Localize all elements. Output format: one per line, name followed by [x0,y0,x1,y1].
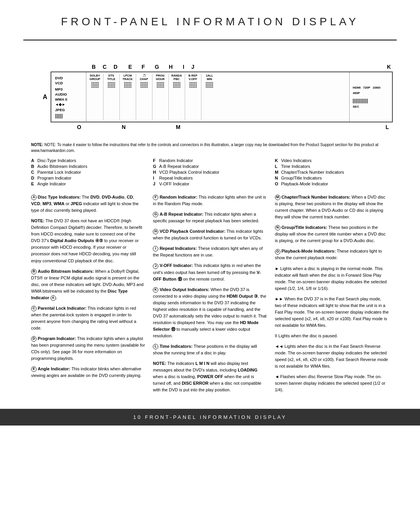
para-i: I Repeat Indicators: These indicators li… [153,245,267,258]
seg-prog: PROGHOUR [152,74,169,120]
seg-chap: 🎵CHAP [136,74,152,120]
legend-item-g: GA-B Repeat Indicator [153,164,267,169]
para-pause: II Lights when the disc is paused. [275,333,389,339]
legend-item-h: HVCD Playback Control Indicator [153,170,267,174]
legend-col-2: FRandom Indicator GA-B Repeat Indicator … [153,158,267,186]
para-play-forward: ► Lights when a disc is playing in the n… [275,265,389,292]
label-e: E [128,64,142,70]
seg-dts: DTSTITLE [103,74,120,120]
para-e: E Angle Indicator: This indicator blinks… [31,366,145,379]
para-note-hdcd: NOTE: The DVD 37 does not have an HDCD® … [31,218,145,264]
body-content: A Disc Type Indicators: The DVD, DVD-Aud… [31,194,389,397]
para-g: G A-B Repeat Indicator: This indicator l… [153,211,267,224]
body-col-3: M Chapter/Track Number Indicators: When … [275,194,389,397]
footer-text: 10 FRONT-PANEL INFORMATION DISPLAY [133,414,287,420]
label-j: J [191,64,203,70]
legend: ADisc-Type Indicators BAudio Bitstream I… [31,158,389,186]
seg-brep: B REPV.OFF [185,74,201,120]
para-c: C Parental Lock Indicator: This indicato… [31,305,145,331]
label-o: O [77,124,100,130]
para-m: M Chapter/Track Number Indicators: When … [275,194,389,220]
legend-item-j: JV-OFF Indicator [153,181,267,186]
disc-mp3: MP3 [55,87,82,92]
para-note-indicators: NOTE: The indicators L M I N will also d… [153,360,267,393]
disc-arrows: ◄◆► [55,102,82,107]
label-i: I [183,64,191,70]
label-k: K [203,64,393,70]
label-d: D [114,64,128,70]
label-a: A [43,94,47,101]
legend-item-c: CParental Lock Indicator [31,170,145,174]
disc-dot-grid [55,114,82,119]
disc-dvd: DVD [55,75,82,80]
legend-item-a: ADisc-Type Indicators [31,158,145,163]
display-panel: DVD VCD MP3 AUDIO WMA II ◄◆► JPEG [51,72,393,122]
legend-item-b: BAudio Bitstream Indicators [31,164,145,169]
para-b: B Audio Bitstream Indicators: When a Dol… [31,268,145,301]
label-m: M [147,124,209,130]
legend-item-i: IRepeat Indicators [153,176,267,180]
disc-wma: WMA II [55,97,82,102]
page-title: FRONT-PANEL INFORMATION DISPLAY [23,16,397,28]
disc-section: DVD VCD MP3 AUDIO WMA II ◄◆► JPEG [51,72,86,122]
seg-dolby: DOLBYGROUP [87,74,103,120]
label-l: L [209,124,393,130]
legend-item-d: DProgram Indicator [31,176,145,180]
body-col-1: A Disc Type Indicators: The DVD, DVD-Aud… [31,194,145,397]
legend-item-k: KVideo Indicators [275,158,389,163]
para-l: L Time Indicators: These positions in th… [153,343,267,356]
bottom-letter-row: O N M L [43,122,393,130]
footer: 10 FRONT-PANEL INFORMATION DISPLAY [0,409,420,426]
seg-randa: RANDAPBC [169,74,185,120]
seg-1all: 1ALLMIN [201,74,218,120]
para-o: O Playback-Mode Indicators: These indica… [275,248,389,261]
para-h: H VCD Playback Control Indicator: This i… [153,228,267,241]
para-fast-reverse: ◄◄ Lights when the disc is in the Fast S… [275,343,389,370]
diagram-area: B C D E F G H I J K A DVD VCD MP3 [23,52,397,142]
legend-item-l: LTime Indicators [275,164,389,169]
legend-item-m: MChapter/Track Number Indicators [275,170,389,174]
para-a: A Disc Type Indicators: The DVD, DVD-Aud… [31,194,145,214]
body-col-2: F Random Indicator: This indicator light… [153,194,267,397]
label-n: N [100,124,147,130]
disc-vcd: VCD [55,80,82,85]
disc-jpeg: JPEG [55,107,82,112]
label-b: B [92,64,103,70]
video-dot-grid [353,99,389,103]
para-j: J V-OFF Indicator: This indicator lights… [153,262,267,282]
label-c: C [103,64,114,70]
title-divider [23,40,397,40]
disc-audio: AUDIO [55,92,82,97]
label-f: F [142,64,155,70]
top-letter-row: B C D E F G H I J K [43,64,393,72]
label-h: H [169,64,183,70]
para-n: N Group/Title Indicators: These two posi… [275,224,389,244]
para-f: F Random Indicator: This indicator light… [153,194,267,207]
seg-lpcm: LPCMTRACK [120,74,136,120]
para-d: D Program Indicator: This indicator ligh… [31,335,145,362]
para-slow-reverse: ◄ Flashes when dIsc Reverse Slow Play mo… [275,373,389,393]
legend-item-f: FRandom Indicator [153,158,267,163]
legend-item-o: OPlayback-Mode Indicator [275,181,389,186]
para-fast-forward: ►► When the DVD 37 is in the Fast Search… [275,296,389,329]
segments-section: DOLBYGROUP DTSTITLE [86,72,349,122]
para-k: K Video Output Indicators: When the DVD … [153,286,267,339]
legend-col-3: KVideo Indicators LTime Indicators MChap… [275,158,389,186]
legend-item-n: NGroup/Title Indicators [275,176,389,180]
note-text: NOTE: NOTE: To make it easier to follow … [31,142,389,153]
label-g: G [155,64,169,70]
video-section: HDMI720P1080i 480P SEC [349,72,392,122]
legend-item-e: EAngle Indicator [31,181,145,186]
legend-col-1: ADisc-Type Indicators BAudio Bitstream I… [31,158,145,186]
